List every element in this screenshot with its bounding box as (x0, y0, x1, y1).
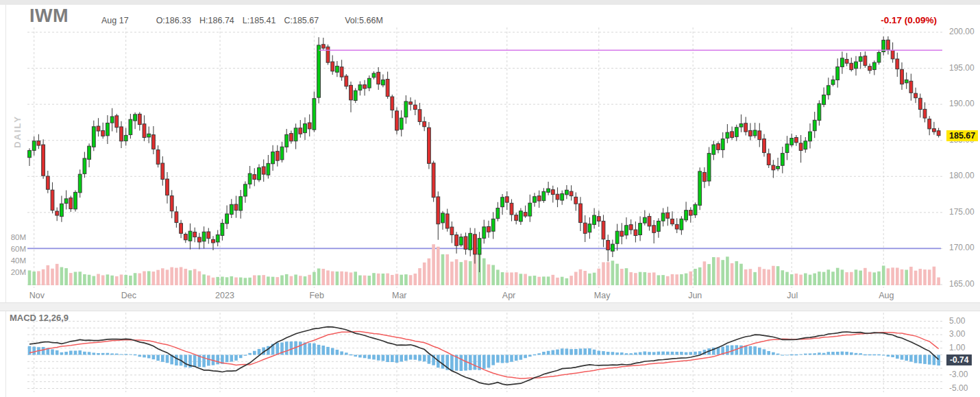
volume-bar (304, 276, 307, 285)
volume-bar (455, 259, 458, 285)
volume-bar (625, 268, 628, 285)
volume-bar (919, 269, 922, 285)
macd-histogram-bar (753, 346, 757, 354)
macd-histogram-bar (37, 347, 40, 354)
candle-body (602, 221, 605, 239)
volume-bar (193, 269, 197, 285)
candle-body (432, 163, 435, 197)
volume-bar (42, 269, 45, 285)
candle-body (404, 101, 408, 117)
volume-bar (83, 274, 86, 285)
macd-histogram-bar (267, 346, 270, 355)
candle-body (358, 85, 362, 91)
volume-bar (845, 272, 848, 285)
volume-bar (414, 274, 417, 285)
volume-bar (51, 269, 54, 285)
candle-body (588, 224, 591, 232)
macd-histogram-bar (258, 349, 261, 354)
candle-body (175, 212, 178, 223)
macd-histogram-bar (909, 355, 913, 362)
macd-histogram-bar (506, 355, 509, 363)
volume-bar (308, 275, 311, 285)
candle-body (818, 104, 821, 120)
volume-bar (937, 278, 940, 285)
candle-body (28, 150, 32, 157)
macd-histogram-bar (731, 346, 734, 355)
macd-histogram-bar (276, 343, 280, 355)
month-axis-label: Nov (29, 291, 45, 300)
macd-histogram-bar (615, 352, 619, 354)
volume-bar (166, 269, 169, 285)
volume-bar (574, 272, 578, 285)
candle-body (735, 128, 738, 137)
macd-histogram-bar (78, 350, 82, 354)
volume-bar (602, 262, 605, 285)
candle-body (216, 234, 219, 242)
volume-bar (703, 261, 707, 285)
volume-bar (763, 269, 766, 285)
volume-bar (428, 258, 431, 285)
volume-bar (175, 268, 178, 285)
price-axis-label: 180.00 (949, 171, 975, 180)
macd-histogram-bar (248, 353, 252, 355)
macd-histogram-bar (372, 355, 376, 360)
volume-bar (115, 276, 119, 285)
volume-bar (694, 269, 697, 285)
candle-body (661, 213, 665, 221)
macd-histogram-bar (161, 355, 164, 362)
macd-histogram-bar (767, 351, 770, 355)
candle-body (459, 237, 463, 245)
volume-bar (863, 268, 867, 285)
volume-bar (615, 264, 619, 285)
candle-body (763, 139, 766, 153)
volume-bar (804, 274, 807, 285)
candles-layer (28, 36, 940, 272)
candle-body (354, 91, 357, 100)
macd-histogram-bar (923, 355, 927, 364)
candle-body (772, 165, 775, 170)
candle-body (809, 132, 812, 141)
macd-histogram-bar (400, 355, 403, 362)
macd-histogram-bar (42, 347, 45, 354)
volume-bar (712, 257, 715, 285)
price-chart-canvas[interactable] (0, 0, 980, 302)
macd-histogram-bar (32, 347, 36, 355)
volume-bar (873, 272, 877, 285)
volume-bar (648, 273, 651, 285)
candle-body (221, 224, 224, 236)
macd-histogram-bar (919, 355, 922, 364)
volume-bar (836, 268, 840, 285)
candle-body (836, 67, 840, 80)
macd-histogram-bar (93, 352, 96, 354)
volume-bar (363, 276, 367, 285)
macd-histogram-bar (382, 355, 385, 361)
volume-bar (813, 274, 816, 285)
macd-histogram-bar (873, 354, 877, 356)
volume-bar (519, 274, 523, 285)
macd-histogram-bar (244, 355, 247, 356)
candle-body (781, 154, 784, 166)
macd-histogram-bar (882, 355, 885, 356)
candle-body (308, 123, 311, 129)
candle-body (634, 230, 637, 235)
volume-bar (285, 274, 289, 285)
candle-body (712, 145, 715, 154)
candle-body (491, 219, 495, 231)
candle-body (152, 135, 156, 149)
macd-histogram-bar (418, 355, 421, 361)
macd-histogram-bar (28, 346, 32, 355)
macd-histogram-bar (855, 353, 858, 355)
volume-bar (101, 275, 105, 285)
candle-body (689, 210, 692, 215)
candle-body (445, 214, 449, 228)
candle-body (896, 59, 899, 69)
macd-histogram-bar (666, 352, 670, 355)
macd-grid (27, 313, 942, 392)
candle-body (510, 203, 513, 215)
candle-body (478, 239, 481, 254)
month-axis-label: Apr (502, 291, 515, 300)
candle-body (615, 231, 619, 243)
macd-histogram-bar (809, 354, 812, 355)
volume-bar (152, 272, 156, 285)
candle-body (290, 134, 293, 141)
